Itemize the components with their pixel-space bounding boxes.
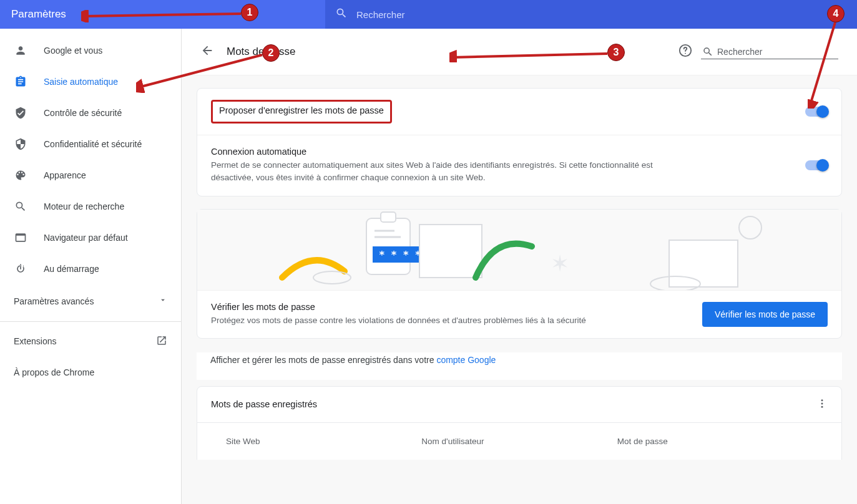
main-content: Mots de passe Proposer d'enregistrer les… (182, 29, 857, 504)
search-icon (702, 46, 713, 57)
svg-rect-3 (381, 212, 396, 222)
svg-line-18 (452, 54, 607, 57)
saved-title: Mots de passe enregistrés (211, 399, 317, 409)
svg-line-17 (139, 55, 262, 87)
about-label: À propos de Chrome (14, 367, 94, 377)
sidebar-item-label: Au démarrage (44, 264, 99, 274)
palette-icon (14, 168, 27, 182)
sidebar-item-default-browser[interactable]: Navigateur par défaut (0, 222, 181, 253)
row-verify-passwords: Vérifier les mots de passe Protégez vos … (197, 291, 841, 338)
global-search-input[interactable] (356, 9, 847, 20)
verify-card: * * * * | ✶ Vérifier les mots de passe P… (197, 209, 842, 339)
verify-passwords-button[interactable]: Vérifier les mots de passe (702, 302, 828, 327)
svg-point-15 (821, 406, 823, 408)
annotation-marker-4: 4 (827, 5, 845, 22)
svg-point-12 (739, 216, 762, 239)
sidebar: Google et vous Saisie automatique Contrô… (0, 29, 182, 504)
sidebar-item-search-engine[interactable]: Moteur de recherche (0, 191, 181, 222)
sidebar-item-appearance[interactable]: Apparence (0, 160, 181, 191)
sidebar-item-extensions[interactable]: Extensions (0, 326, 181, 357)
google-account-link[interactable]: compte Google (436, 355, 496, 365)
sidebar-item-startup[interactable]: Au démarrage (0, 253, 181, 284)
browser-icon (14, 231, 27, 245)
toggle-auto-signin[interactable] (805, 160, 828, 170)
open-external-icon (156, 335, 167, 348)
saved-passwords-table-head: Site Web Nom d'utilisateur Mot de passe (197, 423, 842, 460)
row-auto-signin: Connexion automatique Permet de se conne… (197, 135, 841, 196)
manage-passwords-text: Afficher et gérer les mots de passe enre… (197, 352, 842, 380)
row-offer-save-passwords: Proposer d'enregistrer les mots de passe (197, 89, 841, 135)
search-icon (335, 7, 348, 22)
illustration: * * * * | ✶ (197, 210, 841, 291)
svg-line-16 (84, 14, 241, 16)
extensions-label: Extensions (14, 336, 56, 346)
row-title: Vérifier les mots de passe (211, 302, 586, 312)
sidebar-advanced[interactable]: Paramètres avancés (0, 284, 181, 317)
clipboard-icon (14, 75, 27, 89)
svg-text:✶: ✶ (551, 251, 569, 276)
sidebar-item-label: Moteur de recherche (44, 201, 124, 211)
col-site: Site Web (226, 437, 421, 446)
sidebar-item-label: Apparence (44, 170, 86, 180)
magnify-icon (14, 200, 27, 213)
sidebar-item-security-check[interactable]: Contrôle de sécurité (0, 97, 181, 128)
col-pass: Mot de passe (617, 437, 813, 446)
shield-check-icon (14, 106, 27, 120)
row-title: Proposer d'enregistrer les mots de passe (219, 105, 384, 115)
svg-line-19 (810, 22, 835, 105)
svg-point-14 (821, 402, 823, 404)
shield-icon (14, 137, 27, 151)
row-title: Connexion automatique (211, 147, 660, 157)
row-desc: Permet de se connecter automatiquement a… (211, 159, 660, 185)
sidebar-item-label: Google et vous (44, 46, 102, 56)
annotation-marker-3: 3 (607, 44, 625, 61)
sidebar-item-label: Contrôle de sécurité (44, 108, 122, 118)
svg-rect-8 (419, 225, 482, 278)
help-button[interactable] (678, 44, 692, 60)
svg-point-1 (313, 271, 351, 284)
sidebar-item-label: Saisie automatique (44, 77, 118, 87)
advanced-label: Paramètres avancés (14, 296, 94, 306)
settings-card: Proposer d'enregistrer les mots de passe… (197, 88, 842, 196)
annotation-marker-2: 2 (262, 44, 280, 62)
col-user: Nom d'utilisateur (421, 437, 617, 446)
global-search[interactable] (325, 0, 857, 29)
saved-passwords-header: Mots de passe enregistrés (197, 386, 842, 423)
svg-point-13 (821, 399, 823, 401)
annotation-highlight: Proposer d'enregistrer les mots de passe (211, 100, 392, 124)
sidebar-item-label: Confidentialité et sécurité (44, 139, 142, 149)
chevron-down-icon (159, 296, 167, 306)
sidebar-item-privacy[interactable]: Confidentialité et sécurité (0, 128, 181, 160)
svg-rect-10 (669, 240, 738, 287)
annotation-marker-1: 1 (241, 4, 258, 21)
power-icon (14, 262, 27, 276)
manage-text: Afficher et gérer les mots de passe enre… (210, 355, 436, 365)
person-icon (14, 44, 27, 57)
divider (0, 321, 181, 322)
sidebar-item-about[interactable]: À propos de Chrome (0, 357, 181, 388)
more-options-button[interactable] (816, 398, 828, 411)
row-desc: Protégez vos mots de passe contre les vi… (211, 314, 586, 327)
sidebar-item-label: Navigateur par défaut (44, 233, 128, 243)
